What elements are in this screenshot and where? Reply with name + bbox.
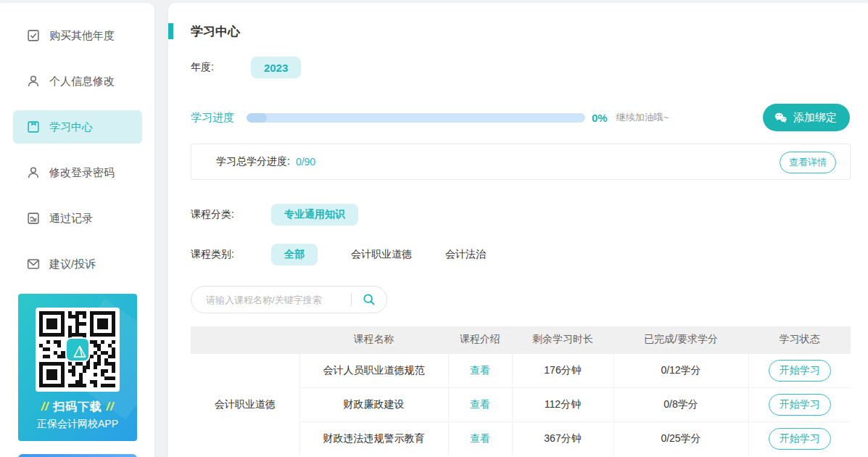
search-box [191,286,387,313]
header-course-name: 课程名称 [299,326,448,353]
sidebar-item-label: 建议/投诉 [49,258,96,271]
course-name-cell: 会计人员职业道德规范 [299,353,448,387]
sidebar-item-label: 修改登录密码 [49,166,115,180]
add-binding-button[interactable]: 添加绑定 [763,104,850,131]
course-type-option-all[interactable]: 全部 [271,244,318,265]
table-row: 会计职业道德 会计人员职业道德规范 查看 176分钟 0/12学分 开始学习 [191,353,851,387]
sidebar-item-profile-edit[interactable]: 个人信息修改 [13,65,142,98]
user-icon [25,165,41,181]
sidebar-item-learning-center[interactable]: 学习中心 [13,110,142,144]
add-binding-label: 添加绑定 [793,111,837,125]
year-pill[interactable]: 2023 [251,57,301,78]
credits-cell: 0/25学分 [613,421,748,456]
bookmark-icon [25,119,41,135]
user-icon [25,73,41,89]
sidebar-menu: 购买其他年度 个人信息修改 学习中心 [0,19,154,293]
sidebar: 购买其他年度 个人信息修改 学习中心 [0,3,154,457]
course-type-option-law[interactable]: 会计法治 [445,248,486,261]
course-type-label: 课程类别: [191,248,234,261]
sidebar-item-change-password[interactable]: 修改登录密码 [13,156,142,189]
course-type-option-ethics[interactable]: 会计职业道德 [351,248,412,261]
search-row [191,286,851,313]
view-course-link[interactable]: 查看 [470,432,490,444]
course-name-cell: 财政违法违规警示教育 [299,421,448,456]
header-status: 学习状态 [748,326,851,353]
wechat-icon [773,110,788,125]
sidebar-item-pass-records[interactable]: 通过记录 [13,202,142,235]
course-category-row: 课程分类: 专业通用知识 [191,204,851,226]
credits-cell: 0/8学分 [613,387,748,421]
app-name-text: 正保会计网校APP [18,418,137,431]
credit-summary-value: 0/90 [296,156,315,168]
header-group [191,326,299,353]
sidebar-item-label: 通过记录 [49,212,93,226]
progress-row: 学习进度 0% 继续加油哦~ 添加绑定 [191,104,851,131]
record-chart-icon [25,210,41,226]
progress-bar [247,113,585,123]
view-course-link[interactable]: 查看 [470,398,490,410]
qr-code [36,308,120,392]
app-download-promo: // 扫码下载 // 正保会计网校APP [18,294,137,441]
sidebar-item-buy-other-years[interactable]: 购买其他年度 [13,19,142,52]
progress-message: 继续加油哦~ [616,111,669,124]
remaining-time-cell: 176分钟 [512,353,613,387]
sidebar-item-label: 学习中心 [49,120,93,134]
sidebar-item-label: 个人信息修改 [49,75,115,88]
course-table: 课程名称 课程介绍 剩余学习时长 已完成/要求学分 学习状态 会计职业道德 会计… [191,326,851,456]
scan-download-text: // 扫码下载 // [18,400,137,415]
mail-icon [25,256,41,272]
search-input[interactable] [206,295,351,305]
slash-decoration: // [106,400,114,413]
title-accent-bar [168,23,173,39]
remaining-time-cell: 112分钟 [512,387,613,421]
year-row: 年度: 2023 [191,57,851,78]
credit-summary-label: 学习总学分进度: [216,155,290,168]
sidebar-item-feedback[interactable]: 建议/投诉 [13,247,142,281]
course-group-cell: 会计职业道德 [191,353,299,456]
header-course-intro: 课程介绍 [448,326,512,353]
start-learning-button[interactable]: 开始学习 [769,394,831,416]
main-panel: 学习中心 年度: 2023 学习进度 0% 继续加油哦~ [168,3,868,457]
app-logo-icon [65,337,90,362]
header-credits: 已完成/要求学分 [613,326,748,353]
secondary-promo-banner [18,454,137,457]
year-label: 年度: [191,61,214,74]
credits-cell: 0/12学分 [613,353,748,387]
progress-bar-fill [247,113,267,123]
start-learning-button[interactable]: 开始学习 [769,360,831,382]
table-header-row: 课程名称 课程介绍 剩余学习时长 已完成/要求学分 学习状态 [191,326,851,353]
search-button[interactable] [352,287,387,313]
sidebar-item-label: 购买其他年度 [49,29,115,43]
progress-label: 学习进度 [191,111,247,125]
slash-decoration: // [41,400,49,413]
view-details-button[interactable]: 查看详情 [780,152,836,173]
remaining-time-cell: 367分钟 [512,421,613,456]
view-course-link[interactable]: 查看 [470,364,490,376]
course-type-row: 课程类别: 全部 会计职业道德 会计法治 [191,244,851,265]
search-icon [361,292,377,308]
header-remaining-time: 剩余学习时长 [512,326,613,353]
credit-summary-box: 学习总学分进度: 0/90 查看详情 [191,144,851,180]
page-title: 学习中心 [191,23,240,40]
start-learning-button[interactable]: 开始学习 [769,428,831,450]
course-category-label: 课程分类: [191,208,234,221]
ballot-check-icon [25,28,41,44]
course-name-cell: 财政廉政建设 [299,387,448,421]
progress-percent: 0% [592,112,608,124]
course-category-pill[interactable]: 专业通用知识 [271,204,358,226]
